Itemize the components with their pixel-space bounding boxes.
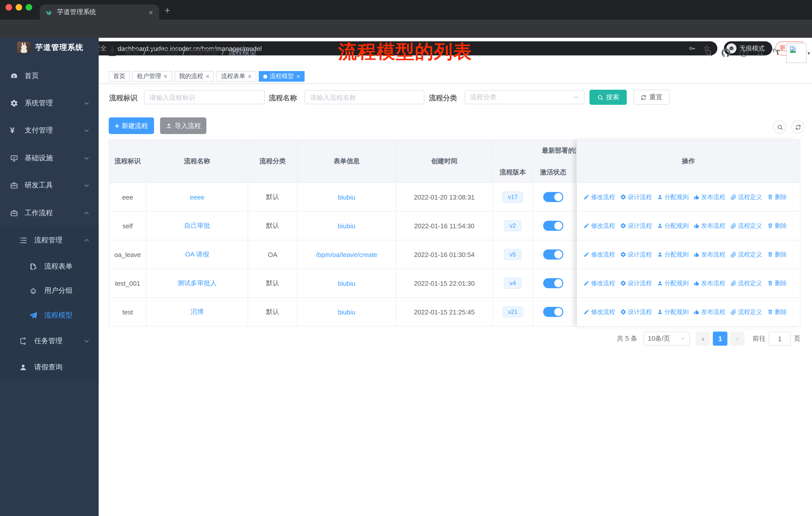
key-icon[interactable] bbox=[688, 44, 696, 52]
sidebar-item-process-model[interactable]: 流程模型 bbox=[0, 302, 99, 329]
filter-name-input[interactable] bbox=[304, 90, 424, 104]
active-toggle[interactable] bbox=[543, 307, 563, 317]
close-icon[interactable]: × bbox=[164, 73, 167, 80]
close-icon[interactable]: × bbox=[296, 73, 300, 80]
model-name-link[interactable]: eeee bbox=[190, 193, 204, 201]
form-link[interactable]: biubiu bbox=[338, 308, 355, 316]
import-process-button[interactable]: 导入流程 bbox=[160, 117, 206, 134]
sidebar-item-payment[interactable]: ¥ 支付管理 bbox=[0, 117, 99, 144]
page-1-button[interactable]: 1 bbox=[713, 332, 727, 346]
delete-link[interactable]: 删除 bbox=[767, 250, 787, 259]
publish-process-link[interactable]: 发布流程 bbox=[694, 221, 725, 230]
form-link[interactable]: biubiu bbox=[338, 279, 355, 287]
edit-process-link[interactable]: 修改流程 bbox=[583, 250, 615, 259]
process-definition-link[interactable]: 流程定义 bbox=[730, 221, 762, 230]
sidebar-item-user-group[interactable]: 用户分组 bbox=[0, 277, 99, 304]
tag-my-process[interactable]: 我的流程× bbox=[174, 71, 214, 82]
model-name-link[interactable]: 滔博 bbox=[191, 307, 204, 317]
design-process-link[interactable]: 设计流程 bbox=[620, 250, 652, 259]
next-page-button[interactable]: › bbox=[730, 332, 745, 346]
edit-process-link[interactable]: 修改流程 bbox=[583, 279, 615, 288]
traffic-light-minimize[interactable] bbox=[16, 4, 22, 10]
assign-rule-link[interactable]: 分配规则 bbox=[657, 221, 689, 230]
sidebar-item-leave-query[interactable]: 请假查询 bbox=[0, 354, 99, 381]
form-link[interactable]: /bpm/oa/leave/create bbox=[316, 251, 377, 258]
filter-category-select[interactable]: 流程分类 bbox=[465, 90, 584, 104]
reset-button[interactable]: 重置 bbox=[633, 90, 670, 105]
design-process-link[interactable]: 设计流程 bbox=[620, 308, 652, 316]
sidebar-item-process-form[interactable]: 流程表单 bbox=[0, 253, 99, 280]
assign-rule-link[interactable]: 分配规则 bbox=[657, 193, 689, 201]
new-tab-button[interactable]: + bbox=[165, 5, 170, 15]
sidebar-item-home[interactable]: 首页 bbox=[0, 62, 99, 90]
sidebar-item-infra[interactable]: 基础设施 bbox=[0, 145, 99, 172]
sidebar-item-process-mgmt[interactable]: 流程管理 bbox=[0, 227, 99, 254]
process-definition-link[interactable]: 流程定义 bbox=[730, 250, 762, 259]
delete-link[interactable]: 删除 bbox=[767, 279, 787, 288]
delete-link[interactable]: 删除 bbox=[767, 308, 787, 316]
edit-process-link[interactable]: 修改流程 bbox=[583, 221, 615, 230]
model-name-link[interactable]: OA 请假 bbox=[185, 250, 209, 259]
filter-key-input[interactable] bbox=[144, 90, 265, 104]
tag-home[interactable]: 首页 bbox=[109, 71, 130, 82]
tag-process-model[interactable]: 流程模型× bbox=[259, 71, 305, 82]
create-process-button[interactable]: + 新建流程 bbox=[109, 117, 154, 134]
close-icon[interactable]: × bbox=[248, 73, 252, 80]
breadcrumb-process-mgmt[interactable]: 流程管理 bbox=[189, 48, 218, 57]
sidebar-collapse-icon[interactable] bbox=[108, 48, 117, 57]
process-definition-link[interactable]: 流程定义 bbox=[730, 193, 762, 201]
tag-tenant[interactable]: 租户管理× bbox=[133, 71, 172, 82]
process-definition-link[interactable]: 流程定义 bbox=[730, 279, 762, 288]
design-process-link[interactable]: 设计流程 bbox=[620, 193, 652, 201]
delete-link[interactable]: 删除 bbox=[767, 193, 787, 201]
form-link[interactable]: biubiu bbox=[338, 222, 355, 229]
assign-rule-link[interactable]: 分配规则 bbox=[657, 250, 689, 259]
version-badge[interactable]: v17 bbox=[502, 191, 523, 203]
version-badge[interactable]: v2 bbox=[504, 220, 521, 232]
publish-process-link[interactable]: 发布流程 bbox=[694, 279, 725, 288]
model-name-link[interactable]: 自己审批 bbox=[184, 221, 210, 230]
tag-process-form[interactable]: 流程表单× bbox=[216, 71, 256, 82]
edit-process-link[interactable]: 修改流程 bbox=[583, 308, 615, 316]
assign-rule-link[interactable]: 分配规则 bbox=[657, 279, 689, 288]
goto-page-input[interactable] bbox=[769, 332, 791, 346]
font-size-icon[interactable]: TT bbox=[772, 48, 780, 56]
publish-process-link[interactable]: 发布流程 bbox=[694, 193, 725, 201]
search-icon[interactable] bbox=[705, 49, 713, 57]
caret-down-icon[interactable]: ▾ bbox=[808, 50, 810, 56]
breadcrumb-workflow[interactable]: 工作流程 bbox=[150, 48, 178, 57]
prev-page-button[interactable]: ‹ bbox=[696, 332, 710, 346]
version-badge[interactable]: v5 bbox=[504, 249, 521, 260]
traffic-light-zoom[interactable] bbox=[26, 4, 32, 10]
active-toggle[interactable] bbox=[543, 278, 563, 288]
publish-process-link[interactable]: 发布流程 bbox=[694, 308, 725, 316]
active-toggle[interactable] bbox=[543, 221, 563, 231]
sidebar-item-workflow[interactable]: 工作流程 bbox=[0, 199, 99, 227]
breadcrumb-home[interactable]: 首页 bbox=[125, 48, 139, 57]
process-definition-link[interactable]: 流程定义 bbox=[730, 308, 762, 316]
design-process-link[interactable]: 设计流程 bbox=[620, 279, 652, 288]
toggle-search-button[interactable] bbox=[773, 120, 786, 134]
sidebar-item-task-mgmt[interactable]: 任务管理 bbox=[0, 328, 99, 355]
tab-close-icon[interactable]: × bbox=[147, 8, 154, 16]
traffic-light-close[interactable] bbox=[5, 4, 12, 10]
publish-process-link[interactable]: 发布流程 bbox=[694, 250, 725, 259]
search-button[interactable]: 搜索 bbox=[589, 90, 627, 105]
sidebar-item-system[interactable]: 系统管理 bbox=[0, 90, 99, 117]
sidebar-item-devtools[interactable]: 研发工具 bbox=[0, 172, 99, 199]
design-process-link[interactable]: 设计流程 bbox=[620, 221, 652, 230]
close-icon[interactable]: × bbox=[206, 73, 209, 80]
avatar[interactable] bbox=[786, 43, 807, 63]
version-badge[interactable]: v4 bbox=[504, 278, 521, 289]
model-name-link[interactable]: 测试多审批人 bbox=[177, 279, 217, 288]
active-toggle[interactable] bbox=[543, 249, 563, 260]
assign-rule-link[interactable]: 分配规则 bbox=[657, 308, 689, 316]
delete-link[interactable]: 删除 bbox=[767, 221, 787, 230]
refresh-table-button[interactable] bbox=[791, 120, 805, 134]
active-toggle[interactable] bbox=[543, 192, 563, 202]
version-badge[interactable]: v21 bbox=[502, 306, 523, 318]
browser-tab[interactable]: 芋道管理系统 × bbox=[40, 4, 159, 20]
page-size-select[interactable]: 10条/页 bbox=[643, 332, 690, 346]
form-link[interactable]: biubiu bbox=[338, 193, 355, 201]
fullscreen-icon[interactable] bbox=[756, 49, 764, 57]
